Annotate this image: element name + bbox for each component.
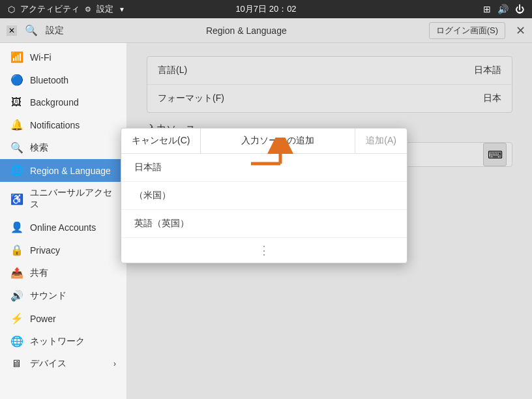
volume-icon[interactable]: 🔊 <box>497 4 509 14</box>
sidebar: 📶 Wi-Fi 🔵 Bluetooth 🖼 Background 🔔 Notif… <box>0 43 127 399</box>
top-bar-right: ⊞ 🔊 ⏻ <box>483 4 524 14</box>
sound-icon: 🔊 <box>10 289 22 302</box>
more-icon[interactable]: ⋮ <box>121 238 407 263</box>
sidebar-item-label: Background <box>30 97 79 108</box>
top-bar: ⬡ アクティビティ ⚙ 設定 ▼ 10月7日 20：02 ⊞ 🔊 ⏻ <box>0 0 532 18</box>
online-icon: 👤 <box>10 221 22 233</box>
sidebar-item-region[interactable]: 🌐 Region & Language <box>0 159 126 182</box>
sidebar-item-devices[interactable]: 🖥 デバイス › <box>0 353 126 375</box>
sidebar-item-label: デバイス <box>30 358 66 370</box>
wifi-icon: 📶 <box>10 51 22 63</box>
sidebar-item-label: Bluetooth <box>30 75 68 85</box>
power-icon-sidebar: ⚡ <box>10 312 22 325</box>
background-icon: 🖼 <box>10 96 22 108</box>
sidebar-item-power[interactable]: ⚡ Power <box>0 307 126 330</box>
share-icon: 📤 <box>10 267 22 279</box>
sidebar-item-label: Power <box>30 314 56 324</box>
sidebar-item-sound[interactable]: 🔊 サウンド <box>0 284 126 307</box>
sidebar-item-label: Privacy <box>30 245 60 256</box>
add-input-source-modal: キャンセル(C) 入力ソースの追加 追加(A) 日本語 （米国） 英語（英国） … <box>121 128 407 263</box>
sidebar-item-background[interactable]: 🖼 Background <box>0 91 126 113</box>
search-button[interactable]: 🔍 <box>22 22 40 40</box>
clock: 10月7日 20：02 <box>235 3 296 15</box>
network-icon: 🌐 <box>10 335 22 347</box>
sidebar-item-online[interactable]: 👤 Online Accounts <box>0 216 126 239</box>
sidebar-item-privacy[interactable]: 🔒 Privacy <box>0 239 126 261</box>
notifications-icon: 🔔 <box>10 119 22 131</box>
titlebar-title: Region & Language <box>69 25 424 36</box>
list-item[interactable]: 英語（英国） <box>121 210 407 238</box>
sidebar-item-label: ユニバーサルアクセス <box>30 187 116 211</box>
sidebar-item-label: ネットワーク <box>30 336 85 347</box>
power-icon[interactable]: ⏻ <box>515 4 524 14</box>
add-button[interactable]: 追加(A) <box>355 128 407 153</box>
region-icon: 🌐 <box>10 164 22 177</box>
titlebar: ✕ 🔍 設定 Region & Language ログイン画面(S) ✕ <box>0 18 532 43</box>
activities-label[interactable]: アクティビティ <box>20 3 80 15</box>
activities-icon[interactable]: ⬡ <box>8 5 15 14</box>
modal-title: 入力ソースの追加 <box>201 128 355 153</box>
privacy-icon: 🔒 <box>10 244 22 256</box>
nav-back-button[interactable]: ✕ <box>7 25 17 36</box>
settings-window: ✕ 🔍 設定 Region & Language ログイン画面(S) ✕ 📶 W… <box>0 18 532 399</box>
chevron-right-icon: › <box>113 359 116 368</box>
modal-header: キャンセル(C) 入力ソースの追加 追加(A) <box>121 128 407 154</box>
sidebar-item-network[interactable]: 🌐 ネットワーク <box>0 330 126 353</box>
content-area: 言語(L) 日本語 フォーマット(F) 日本 入力ソース ⌨ <box>127 43 532 399</box>
modal-overlay: キャンセル(C) 入力ソースの追加 追加(A) 日本語 （米国） 英語（英国） … <box>127 43 532 399</box>
sidebar-item-label: サウンド <box>30 290 66 302</box>
sidebar-item-search[interactable]: 🔍 検索 <box>0 136 126 159</box>
settings-menu-icon[interactable]: ⚙ <box>85 5 91 14</box>
dropdown-icon: ▼ <box>119 6 125 13</box>
login-screen-button[interactable]: ログイン画面(S) <box>429 22 505 39</box>
sidebar-item-label: Region & Language <box>30 166 111 176</box>
settings-menu-label[interactable]: 設定 <box>96 3 113 15</box>
titlebar-settings-label: 設定 <box>46 25 64 37</box>
sidebar-item-notifications[interactable]: 🔔 Notifications <box>0 113 126 136</box>
bluetooth-icon: 🔵 <box>10 74 22 86</box>
sidebar-item-label: 共有 <box>30 267 48 279</box>
close-button[interactable]: ✕ <box>516 23 525 38</box>
sidebar-item-label: Online Accounts <box>30 222 96 233</box>
sidebar-item-label: 検索 <box>30 142 48 154</box>
sidebar-item-wifi[interactable]: 📶 Wi-Fi <box>0 46 126 68</box>
sidebar-item-share[interactable]: 📤 共有 <box>0 261 126 284</box>
list-item[interactable]: （米国） <box>121 182 407 210</box>
devices-icon: 🖥 <box>10 358 22 370</box>
universal-icon: ♿ <box>10 193 22 205</box>
top-bar-left: ⬡ アクティビティ ⚙ 設定 ▼ <box>8 3 125 15</box>
sidebar-item-universal[interactable]: ♿ ユニバーサルアクセス <box>0 182 126 216</box>
main-content: 📶 Wi-Fi 🔵 Bluetooth 🖼 Background 🔔 Notif… <box>0 43 532 399</box>
cancel-button[interactable]: キャンセル(C) <box>121 128 201 153</box>
sidebar-item-label: Notifications <box>30 120 80 130</box>
modal-list: 日本語 （米国） 英語（英国） ⋮ <box>121 154 407 263</box>
search-icon: 🔍 <box>10 141 22 154</box>
list-item[interactable]: 日本語 <box>121 154 407 182</box>
sidebar-item-bluetooth[interactable]: 🔵 Bluetooth <box>0 68 126 91</box>
sidebar-item-label: Wi-Fi <box>30 52 52 63</box>
network-status-icon[interactable]: ⊞ <box>483 4 491 14</box>
